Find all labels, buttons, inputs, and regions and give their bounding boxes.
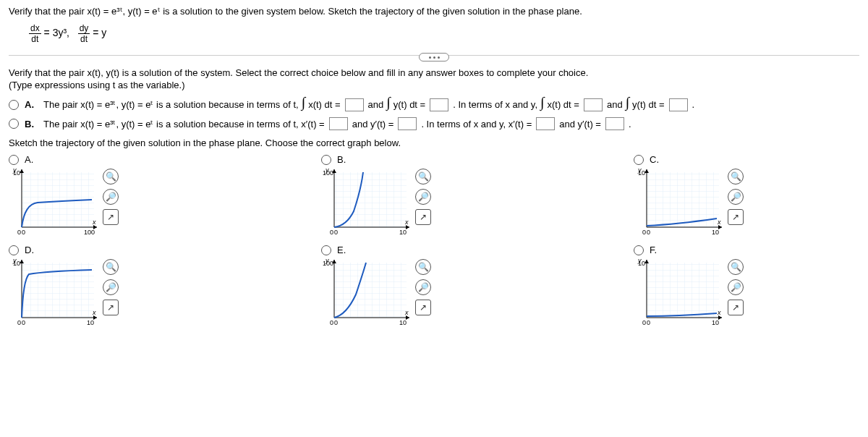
svg-text:x: x	[92, 218, 96, 226]
graph-e-radio[interactable]	[321, 245, 331, 255]
graph-c-plot: 10 y 0 0 10 x	[634, 168, 723, 236]
popout-icon[interactable]: ↗	[103, 209, 119, 225]
svg-text:y: y	[637, 258, 642, 264]
svg-text:0: 0	[330, 319, 333, 326]
zoom-in-icon[interactable]: 🔍	[728, 169, 744, 184]
svg-rect-11	[334, 172, 407, 227]
svg-text:y: y	[325, 258, 329, 264]
choice-a-label: A.	[25, 99, 38, 110]
graph-e-label: E.	[337, 245, 346, 255]
svg-text:10: 10	[399, 319, 407, 326]
svg-text:y: y	[12, 168, 17, 174]
blank-b4[interactable]	[605, 117, 624, 130]
choice-b-row: B. The pair x(t) = e³ᵗ, y(t) = eᵗ is a s…	[9, 117, 859, 130]
zoom-out-icon[interactable]: 🔎	[415, 279, 431, 295]
svg-text:10: 10	[712, 229, 719, 236]
popout-icon[interactable]: ↗	[728, 209, 744, 225]
svg-text:x: x	[404, 309, 409, 316]
graph-b-label: B.	[337, 154, 346, 165]
svg-text:y: y	[325, 168, 329, 174]
zoom-in-icon[interactable]: 🔍	[728, 259, 744, 275]
choice-b-label: B.	[25, 119, 38, 130]
zoom-in-icon[interactable]: 🔍	[415, 169, 431, 184]
blank-b1[interactable]	[329, 117, 348, 130]
svg-text:0: 0	[334, 319, 338, 326]
svg-text:0: 0	[330, 229, 333, 236]
popout-icon[interactable]: ↗	[728, 300, 744, 315]
equation-system: dxdt = 3y³, dydt = y	[29, 24, 859, 43]
zoom-out-icon[interactable]: 🔎	[728, 279, 744, 295]
svg-text:y: y	[637, 168, 642, 174]
graph-e-plot: 100 y 0 0 10 x	[321, 258, 411, 326]
svg-text:0: 0	[647, 229, 650, 236]
svg-text:0: 0	[642, 319, 646, 326]
popout-icon[interactable]: ↗	[415, 209, 431, 225]
svg-text:0: 0	[17, 319, 21, 326]
sketch-instruction: Sketch the trajectory of the given solut…	[9, 137, 859, 148]
blank-a1[interactable]	[345, 98, 364, 111]
graph-a-label: A.	[25, 154, 33, 165]
popout-icon[interactable]: ↗	[103, 300, 119, 315]
blank-a2[interactable]	[430, 98, 448, 111]
svg-text:0: 0	[22, 229, 25, 236]
graph-c-label: C.	[650, 154, 659, 165]
graph-b-plot: 100 y 0 0 10 x	[321, 168, 411, 236]
zoom-out-icon[interactable]: 🔎	[103, 189, 119, 205]
verify-instruction: Verify that the pair x(t), y(t) is a sol…	[9, 67, 859, 78]
svg-text:x: x	[717, 218, 721, 226]
popout-icon[interactable]: ↗	[415, 300, 431, 315]
zoom-in-icon[interactable]: 🔍	[103, 259, 119, 275]
svg-text:x: x	[717, 309, 721, 316]
graph-row-1: A. 10 y 0 0 100 x 🔍 🔎 ↗	[9, 154, 859, 236]
zoom-out-icon[interactable]: 🔎	[728, 189, 744, 205]
graph-f-radio[interactable]	[634, 245, 644, 255]
graph-c-radio[interactable]	[634, 155, 644, 165]
svg-text:10: 10	[87, 319, 94, 326]
choice-a-radio[interactable]	[9, 100, 19, 110]
svg-text:0: 0	[647, 319, 650, 326]
zoom-in-icon[interactable]: 🔍	[103, 169, 119, 184]
graph-d-plot: 10 y 0 0 10 x	[9, 258, 98, 326]
svg-rect-22	[647, 172, 719, 227]
svg-text:x: x	[404, 218, 409, 226]
graph-a-radio[interactable]	[9, 155, 19, 165]
svg-text:0: 0	[642, 229, 646, 236]
type-note: (Type expressions using t as the variabl…	[9, 80, 859, 90]
svg-text:x: x	[92, 309, 96, 316]
graph-d-radio[interactable]	[9, 245, 19, 255]
blank-a3[interactable]	[584, 98, 603, 111]
zoom-out-icon[interactable]: 🔎	[415, 189, 431, 205]
choice-b-radio[interactable]	[9, 119, 19, 129]
graph-f-plot: 10 y 0 0 10 x	[634, 258, 723, 326]
choice-b-text: The pair x(t) = e³ᵗ, y(t) = eᵗ is a solu…	[43, 117, 631, 130]
graph-a-plot: 10 y 0 0 100 x	[9, 168, 98, 236]
svg-rect-44	[334, 263, 407, 318]
graph-f-label: F.	[650, 245, 657, 255]
choice-a-text: The pair x(t) = e³ᵗ, y(t) = eᵗ is a solu…	[43, 96, 694, 113]
zoom-in-icon[interactable]: 🔍	[415, 259, 431, 275]
graph-row-2: D. 10 y 0 0 10 x 🔍 🔎 ↗ E	[9, 245, 859, 326]
svg-text:0: 0	[17, 229, 21, 236]
expand-button[interactable]	[419, 53, 449, 61]
graph-d-label: D.	[25, 245, 34, 255]
blank-b3[interactable]	[536, 117, 555, 130]
blank-b2[interactable]	[398, 117, 417, 130]
question-prompt: Verify that the pair x(t) = e³ᵗ, y(t) = …	[9, 6, 859, 17]
svg-rect-55	[647, 263, 719, 318]
graph-b-radio[interactable]	[321, 155, 331, 165]
svg-text:100: 100	[84, 229, 95, 236]
choice-a-row: A. The pair x(t) = e³ᵗ, y(t) = eᵗ is a s…	[9, 96, 859, 113]
blank-a4[interactable]	[669, 98, 688, 111]
svg-text:10: 10	[712, 319, 719, 326]
svg-text:0: 0	[334, 229, 338, 236]
svg-text:10: 10	[399, 229, 407, 236]
zoom-out-icon[interactable]: 🔎	[103, 279, 119, 295]
svg-text:y: y	[12, 258, 17, 264]
svg-text:0: 0	[22, 319, 25, 326]
